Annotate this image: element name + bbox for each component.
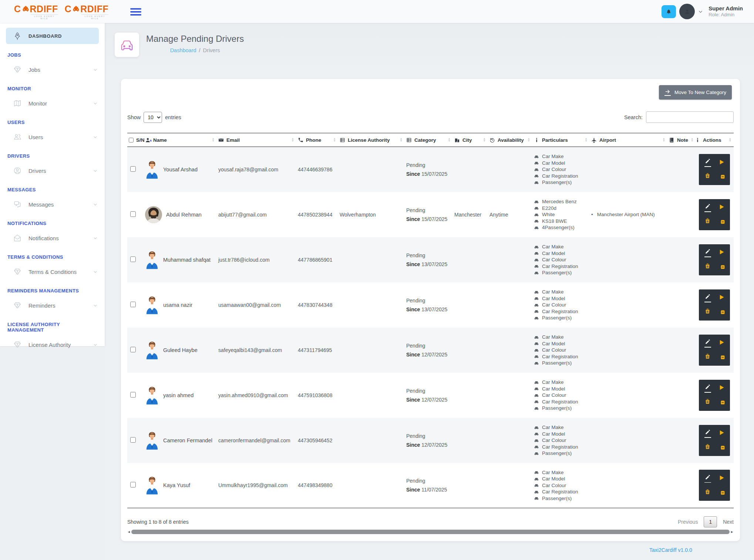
sidebar-item-label: Jobs: [28, 67, 40, 73]
column-header-category[interactable]: Category▲▼: [405, 133, 453, 147]
driver-category: Pending Since 12/07/2025: [405, 373, 453, 418]
row-checkbox[interactable]: [130, 437, 136, 443]
edit-button[interactable]: [701, 336, 714, 350]
delete-button[interactable]: [701, 485, 714, 499]
delete-button[interactable]: [701, 350, 714, 363]
status-badge: Pending: [406, 343, 451, 349]
hamburger-menu-button[interactable]: [130, 7, 141, 17]
particular-item: Passenger(s): [534, 180, 588, 185]
edit-button[interactable]: [701, 382, 714, 395]
row-checkbox[interactable]: [130, 347, 136, 352]
driver-since-date: 13/07/2025: [421, 261, 447, 267]
column-header-city[interactable]: City▲▼: [453, 133, 488, 147]
column-header-particulars[interactable]: Particulars▲▼: [532, 133, 590, 147]
delete-button[interactable]: [701, 305, 714, 318]
column-header-note[interactable]: Note▲▼: [667, 133, 693, 147]
notifications-bell-button[interactable]: [662, 5, 676, 18]
play-icon: [718, 158, 725, 167]
approve-button[interactable]: [714, 336, 728, 350]
chevron-down-icon[interactable]: [698, 9, 703, 14]
delete-button[interactable]: [701, 214, 714, 228]
column-header-phone[interactable]: Phone▲▼: [296, 133, 338, 147]
row-checkbox[interactable]: [130, 482, 136, 487]
approve-button[interactable]: [714, 472, 728, 485]
delete-button[interactable]: [701, 395, 714, 409]
pagination-next[interactable]: Next: [723, 519, 734, 525]
search-input[interactable]: [646, 111, 734, 123]
pencil-icon: [705, 339, 711, 346]
sidebar-item-monitor[interactable]: Monitor: [0, 95, 105, 111]
user-avatar[interactable]: [679, 4, 695, 19]
table-row: usama nazir usamaawan00@gmail.com 447830…: [127, 282, 734, 328]
column-header-airport[interactable]: Airport▲▼: [590, 133, 667, 147]
pagination-page-1[interactable]: 1: [704, 516, 717, 527]
column-header-email[interactable]: Email▲▼: [217, 133, 296, 147]
driver-email: abijutt77@gmail.com: [217, 192, 296, 237]
edit-button[interactable]: [701, 427, 714, 440]
suspend-button[interactable]: [714, 305, 728, 318]
sidebar-item-notifications[interactable]: Notifications: [0, 230, 105, 246]
row-checkbox[interactable]: [130, 256, 136, 262]
suspend-button[interactable]: [714, 214, 728, 228]
particular-item: Mercedes Benz: [534, 199, 588, 204]
column-header-sn[interactable]: S/N▲: [127, 133, 144, 147]
column-header-actions[interactable]: Actions▲▼: [693, 133, 734, 147]
sidebar-group: TERMS & CONDITIONS Terms & Conditions: [0, 246, 105, 280]
sidebar-item-terms-conditions[interactable]: Terms & Conditions: [0, 264, 105, 280]
scroll-right-arrow[interactable]: ►: [730, 530, 734, 534]
approve-button[interactable]: [714, 382, 728, 395]
breadcrumb-dashboard-link[interactable]: Dashboard: [170, 47, 196, 53]
suspend-button[interactable]: [714, 485, 728, 499]
delete-button[interactable]: [701, 440, 714, 454]
suspend-button[interactable]: [714, 395, 728, 409]
select-all-checkbox[interactable]: [129, 137, 134, 143]
edit-button[interactable]: [701, 246, 714, 260]
sidebar-item-messages[interactable]: Messages: [0, 196, 105, 212]
edit-button[interactable]: [701, 291, 714, 305]
suspend-button[interactable]: [714, 350, 728, 363]
pagination-previous[interactable]: Previous: [678, 519, 698, 525]
suspend-button[interactable]: [714, 440, 728, 454]
logo-secondary[interactable]: CRDIFF LOVE EVERY MILE: [65, 4, 109, 20]
delete-button[interactable]: [701, 170, 714, 183]
edit-button[interactable]: [701, 472, 714, 485]
edit-button[interactable]: [701, 201, 714, 215]
row-checkbox[interactable]: [130, 211, 136, 217]
driver-note: [667, 237, 693, 282]
sidebar-item-drivers[interactable]: Drivers: [0, 162, 105, 179]
sidebar-item-users[interactable]: Users: [0, 129, 105, 145]
suspend-button[interactable]: [714, 259, 728, 273]
move-to-new-category-button[interactable]: Move To New Category: [659, 85, 732, 100]
row-checkbox[interactable]: [130, 392, 136, 398]
approve-button[interactable]: [714, 156, 728, 170]
scroll-left-arrow[interactable]: ◄: [127, 530, 131, 534]
edit-button[interactable]: [701, 156, 714, 170]
approve-button[interactable]: [714, 427, 728, 440]
footer-version-link[interactable]: Taxi2Cardiff v1.0.0: [649, 547, 692, 553]
suspend-button[interactable]: [714, 170, 728, 183]
car-icon: [534, 173, 539, 178]
page-size-select[interactable]: 10: [144, 112, 162, 123]
row-checkbox[interactable]: [130, 166, 136, 172]
minus-square-icon: [717, 488, 726, 497]
approve-button[interactable]: [714, 246, 728, 260]
row-actions: [699, 380, 730, 411]
driver-email: just.tr786@icloud.com: [217, 237, 296, 282]
sidebar-item-reminders[interactable]: Reminders: [0, 297, 105, 313]
sidebar-group-heading: NOTIFICATIONS: [0, 212, 105, 230]
scrollbar-thumb[interactable]: [131, 530, 730, 534]
sidebar-item-dashboard[interactable]: DASHBOARD: [6, 28, 99, 44]
column-header-name[interactable]: Name▲▼: [144, 133, 217, 147]
column-header-license-authority[interactable]: License Authority▲▼: [338, 133, 405, 147]
logo-primary[interactable]: CRDIFF LOVE EVERY MILE: [14, 4, 58, 20]
delete-button[interactable]: [701, 259, 714, 273]
sidebar-group: DRIVERS Drivers: [0, 145, 105, 179]
sidebar-item-license-authority[interactable]: License Authority: [0, 336, 105, 353]
trash-icon: [704, 308, 711, 315]
row-checkbox[interactable]: [130, 302, 136, 307]
sidebar-item-jobs[interactable]: Jobs: [0, 61, 105, 78]
column-header-availability[interactable]: Availability▲▼: [488, 133, 532, 147]
approve-button[interactable]: [714, 201, 728, 215]
approve-button[interactable]: [714, 291, 728, 305]
particular-item: Car Colour: [534, 437, 588, 443]
